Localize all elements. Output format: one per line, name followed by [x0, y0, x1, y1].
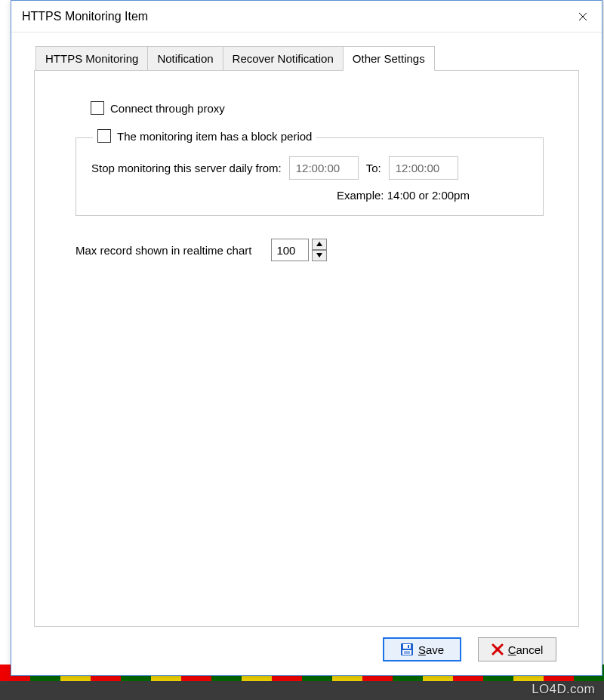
- window-title: HTTPS Monitoring Item: [22, 10, 148, 23]
- max-record-input[interactable]: [271, 239, 309, 261]
- block-period-group: The monitoring item has a block period S…: [76, 137, 544, 216]
- svg-rect-6: [408, 645, 409, 648]
- tabpanel-other-settings: Connect through proxy The monitoring ite…: [34, 70, 579, 627]
- svg-marker-2: [316, 242, 322, 246]
- proxy-checkbox[interactable]: [91, 101, 104, 115]
- background-left-strip: [0, 0, 11, 681]
- block-period-legend[interactable]: The monitoring item has a block period: [93, 129, 316, 143]
- time-row: Stop monitoring this server daily from: …: [91, 156, 528, 180]
- close-icon: [578, 12, 587, 21]
- time-to-input[interactable]: [389, 156, 458, 180]
- tab-notification[interactable]: Notification: [147, 46, 223, 70]
- background: HTTPS Monitoring Item HTTPS Monitoring N…: [0, 0, 604, 681]
- titlebar[interactable]: HTTPS Monitoring Item: [11, 1, 602, 32]
- block-period-label: The monitoring item has a block period: [117, 130, 312, 143]
- chevron-up-icon: [316, 242, 322, 246]
- proxy-checkbox-row[interactable]: Connect through proxy: [91, 101, 544, 115]
- cancel-button[interactable]: Cancel: [478, 637, 556, 661]
- block-period-checkbox[interactable]: [97, 129, 111, 143]
- svg-marker-3: [316, 253, 322, 257]
- button-row: Save Cancel: [34, 627, 579, 661]
- example-label: Example: 14:00 or 2:00pm: [337, 189, 528, 202]
- cancel-button-label: Cancel: [508, 643, 544, 656]
- cancel-icon: [492, 643, 504, 655]
- tab-recover-notification[interactable]: Recover Notification: [223, 46, 344, 70]
- proxy-checkbox-label: Connect through proxy: [110, 102, 225, 115]
- max-record-row: Max record shown in realtime chart: [76, 239, 544, 261]
- tab-https-monitoring[interactable]: HTTPS Monitoring: [35, 46, 148, 70]
- stop-monitoring-label: Stop monitoring this server daily from:: [91, 162, 282, 174]
- save-button[interactable]: Save: [383, 637, 461, 661]
- save-button-label: Save: [418, 643, 444, 656]
- tabstrip: HTTPS Monitoring Notification Recover No…: [35, 46, 579, 70]
- spinner-down-button[interactable]: [312, 250, 327, 261]
- max-record-label: Max record shown in realtime chart: [76, 244, 251, 257]
- svg-rect-5: [403, 644, 411, 649]
- svg-rect-7: [402, 650, 411, 655]
- watermark: LO4D.com: [532, 682, 595, 697]
- dialog-window: HTTPS Monitoring Item HTTPS Monitoring N…: [11, 0, 602, 676]
- to-label: To:: [366, 162, 381, 174]
- spinner-up-button[interactable]: [312, 239, 327, 250]
- chevron-down-icon: [316, 253, 322, 257]
- close-button[interactable]: [565, 3, 600, 30]
- max-record-spinner: [271, 239, 327, 261]
- time-from-input[interactable]: [289, 156, 359, 180]
- tab-other-settings[interactable]: Other Settings: [343, 46, 435, 71]
- client-area: HTTPS Monitoring Notification Recover No…: [11, 32, 602, 675]
- save-icon: [400, 643, 414, 656]
